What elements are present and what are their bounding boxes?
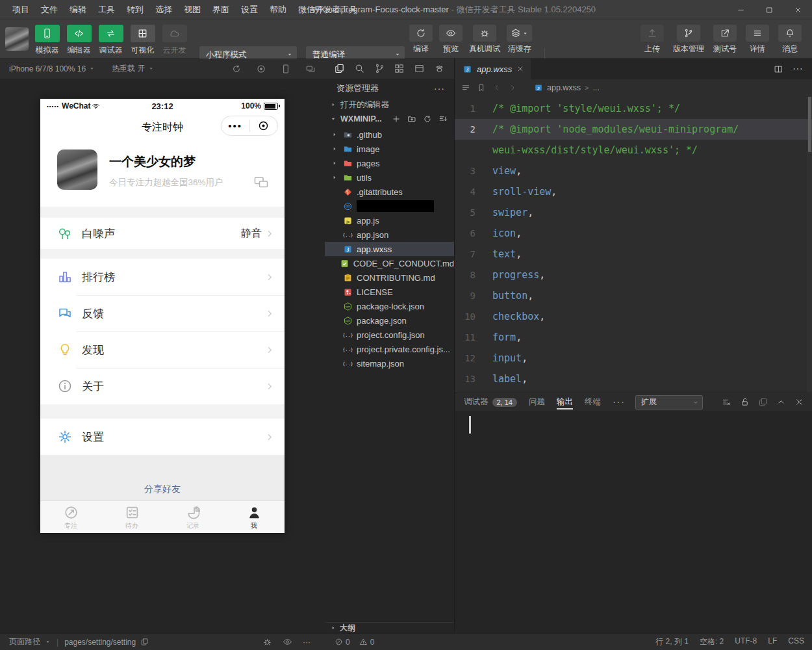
statusbar-indent-setting[interactable]: 空格: 2 (700, 636, 724, 647)
preview-window-icon[interactable] (414, 63, 425, 74)
code-line-3[interactable]: 3view, (455, 161, 812, 181)
code-line-4[interactable]: 4sroll-view, (455, 181, 812, 202)
code-line-10[interactable]: 10checkbox, (455, 306, 812, 327)
multi-screen-icon[interactable] (305, 64, 316, 74)
debug-more-button[interactable]: ··· (613, 396, 625, 408)
cell-关于[interactable]: 关于 (40, 368, 285, 404)
new-file-icon[interactable] (392, 114, 401, 124)
phone-tab-记录[interactable]: 记录 (162, 501, 223, 533)
cell-反馈[interactable]: 反馈 (40, 295, 285, 332)
split-editor-icon[interactable] (774, 64, 783, 74)
file-row-package.json[interactable]: npmpackage.json (325, 313, 454, 328)
clear-output-icon[interactable] (722, 397, 731, 407)
menu-item-视图[interactable]: 视图 (178, 0, 207, 20)
problems-summary[interactable]: 0 0 (335, 638, 374, 647)
code-line-12[interactable]: 12input, (455, 348, 812, 369)
code-line-8[interactable]: 8progress, (455, 265, 812, 285)
file-row-app.js[interactable]: jsapp.js (325, 213, 454, 228)
statusbar-more-button[interactable]: ··· (303, 638, 311, 647)
menu-item-设置[interactable]: 设置 (235, 0, 264, 20)
phone-tab-专注[interactable]: 专注 (40, 501, 101, 533)
file-row-CODE_OF_CONDUCT.md[interactable]: CODE_OF_CONDUCT.md (325, 256, 454, 270)
code-line-7[interactable]: 7text, (455, 244, 812, 265)
menu-item-转到[interactable]: 转到 (121, 0, 149, 20)
cell-白噪声[interactable]: 白噪声静音 (40, 218, 285, 249)
phone-tab-我[interactable]: 我 (223, 501, 285, 533)
file-row-app.json[interactable]: {..}app.json (325, 228, 454, 242)
menu-item-编辑[interactable]: 编辑 (64, 0, 92, 20)
code-line-11[interactable]: 11form, (455, 327, 812, 348)
editor-more-button[interactable]: ··· (793, 63, 803, 75)
toolbar-button-模拟器[interactable]: 模拟器 (31, 23, 63, 56)
code-line-wrap[interactable]: weui-wxss/dist/style/weui.wxss'; */ (455, 140, 812, 161)
action-预览[interactable]: 预览 (439, 23, 463, 55)
toolbar-button-编辑器[interactable]: 编辑器 (63, 23, 95, 56)
file-row-app.wxss[interactable]: 3app.wxss (325, 242, 454, 256)
action-清缓存[interactable]: 清缓存 (507, 23, 532, 55)
menu-item-帮助[interactable]: 帮助 (264, 0, 292, 20)
collapse-all-icon[interactable] (438, 114, 448, 124)
eye-icon[interactable] (283, 637, 292, 647)
menu-item-选择[interactable]: 选择 (149, 0, 178, 20)
action-编译[interactable]: 编译 (409, 23, 433, 55)
bookmark-icon[interactable] (477, 83, 486, 92)
action-版本管理[interactable]: 版本管理 (673, 23, 704, 55)
file-row-LICENSE[interactable]: LICENSE (325, 285, 454, 299)
menu-item-项目[interactable]: 项目 (6, 0, 35, 20)
cell-排行榜[interactable]: 排行榜 (40, 259, 285, 295)
page-path-value[interactable]: pages/setting/setting (64, 638, 136, 647)
statusbar-language-mode[interactable]: CSS (788, 636, 804, 647)
copy-icon[interactable] (758, 397, 768, 407)
refresh-icon[interactable] (423, 114, 432, 124)
code-line-2[interactable]: 2/* @import 'node_modules/weui-miniprogr… (455, 119, 812, 140)
cell-设置[interactable]: 设置 (40, 419, 285, 455)
output-filter-select[interactable]: 扩展 (635, 395, 703, 410)
unlock-icon[interactable] (740, 397, 750, 407)
code-line-5[interactable]: 5swiper, (455, 202, 812, 223)
file-row-image[interactable]: image (325, 142, 454, 156)
file-row-.github[interactable]: .github (325, 127, 454, 142)
debug-tab-问题[interactable]: 问题 (529, 393, 545, 411)
file-row-.gitattributes[interactable]: .gitattributes (325, 185, 454, 199)
file-row-redacted[interactable] (325, 199, 454, 213)
menu-item-界面[interactable]: 界面 (207, 0, 235, 20)
code-line-6[interactable]: 6icon, (455, 223, 812, 244)
file-row-CONTRIBUTING.md[interactable]: CONTRIBUTING.md (325, 270, 454, 285)
debug-output-area[interactable] (455, 411, 812, 633)
maximize-button[interactable] (755, 0, 783, 20)
page-path-label[interactable]: 页面路径 (9, 636, 40, 647)
device-frame-icon[interactable] (281, 64, 291, 74)
action-详情[interactable]: 详情 (746, 23, 769, 55)
share-friends-button[interactable]: 分享好友 (40, 484, 285, 495)
files-icon[interactable] (334, 63, 345, 74)
outline-list-icon[interactable] (461, 83, 470, 92)
statusbar-eol-setting[interactable]: LF (768, 636, 777, 647)
capsule-more-button[interactable]: ••• (222, 117, 249, 135)
project-root-row[interactable]: WXMINIP... (325, 112, 454, 126)
phone-tab-待办[interactable]: 待办 (101, 501, 162, 533)
bug-icon[interactable] (262, 637, 272, 647)
search-icon[interactable] (354, 63, 365, 74)
editor-scrollbar[interactable] (807, 96, 812, 393)
cell-发现[interactable]: 发现 (40, 332, 285, 368)
code-line-9[interactable]: 9button, (455, 285, 812, 306)
close-button[interactable] (783, 0, 812, 20)
file-row-project.private.config.js...[interactable]: {..}project.private.config.js... (325, 342, 454, 356)
action-真机调试[interactable]: 真机调试 (469, 23, 500, 55)
close-icon[interactable] (794, 397, 804, 407)
code-line-1[interactable]: 1/* @import 'style/weui.wxss'; */ (455, 98, 812, 119)
file-row-project.config.json[interactable]: {..}project.config.json (325, 328, 454, 342)
action-消息[interactable]: 消息 (778, 23, 802, 55)
arrow-left-icon[interactable] (492, 83, 501, 92)
rotate-icon[interactable] (231, 64, 242, 74)
code-line-13[interactable]: 13label, (455, 369, 812, 389)
editor-scrollbar-thumb[interactable] (808, 97, 811, 152)
record-icon[interactable] (256, 64, 266, 74)
file-row-pages[interactable]: pages (325, 156, 454, 170)
statusbar-encoding[interactable]: UTF-8 (735, 636, 757, 647)
tab-app-wxss[interactable]: 3 app.wxss (455, 58, 531, 79)
minimize-button[interactable] (726, 0, 755, 20)
action-测试号[interactable]: 测试号 (713, 23, 737, 55)
open-editors-row[interactable]: 打开的编辑器 (325, 98, 454, 112)
capsule-close-button[interactable] (250, 120, 278, 132)
